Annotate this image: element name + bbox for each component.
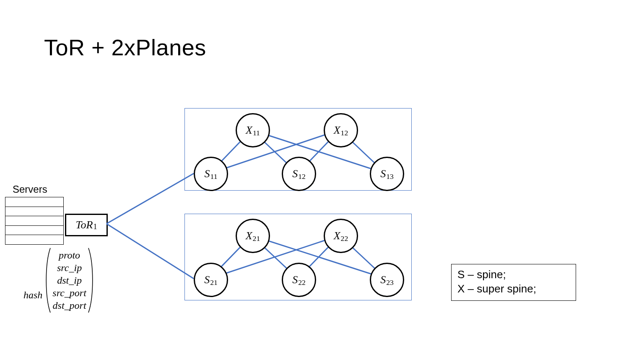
node-s21: S21 <box>194 263 228 297</box>
node-index: 12 <box>298 172 306 181</box>
node-index: 21 <box>253 234 260 243</box>
node-index: 22 <box>341 234 348 243</box>
node-s22: S22 <box>282 263 316 297</box>
hash-field: dst_ip <box>57 274 82 287</box>
node-index: 22 <box>298 278 306 287</box>
node-x21: X21 <box>236 219 270 253</box>
right-paren-icon <box>87 247 95 313</box>
node-x12: X12 <box>324 113 358 147</box>
node-index: 23 <box>386 278 394 287</box>
hash-field: dst_port <box>53 299 86 312</box>
node-index: 12 <box>341 129 348 137</box>
server-stack <box>5 197 64 245</box>
node-name: X <box>246 230 252 242</box>
node-index: 11 <box>253 129 260 137</box>
node-name: X <box>334 230 340 242</box>
node-s11: S11 <box>194 157 228 191</box>
node-name: S <box>292 274 298 286</box>
hash-field: src_port <box>52 287 86 299</box>
node-index: 11 <box>210 172 217 181</box>
servers-label: Servers <box>13 184 47 195</box>
tor-node: ToR1 <box>65 214 108 236</box>
node-index: 21 <box>210 278 218 287</box>
node-index: 13 <box>386 172 394 181</box>
hash-field: proto <box>59 249 80 261</box>
node-name: S <box>380 274 386 286</box>
hash-field: src_ip <box>57 261 82 274</box>
hash-func-label: hash <box>23 260 42 301</box>
legend: S – spine; X – super spine; <box>451 264 576 301</box>
server-row <box>5 197 64 207</box>
tor-index: 1 <box>93 222 97 231</box>
node-s12: S12 <box>282 157 316 191</box>
legend-line-s: S – spine; <box>457 268 570 282</box>
node-name: S <box>204 168 210 180</box>
svg-line-0 <box>106 173 194 224</box>
node-x22: X22 <box>324 219 358 253</box>
hash-tuple: hash proto src_ip dst_ip src_port dst_po… <box>23 247 95 313</box>
server-row <box>5 235 64 245</box>
node-name: S <box>292 168 298 180</box>
node-name: X <box>246 124 252 137</box>
node-name: S <box>204 274 210 286</box>
tor-name: ToR <box>75 219 93 231</box>
node-s23: S23 <box>370 263 404 297</box>
server-row <box>5 207 64 217</box>
server-row <box>5 225 64 235</box>
node-name: X <box>334 124 340 137</box>
legend-line-x: X – super spine; <box>457 282 570 296</box>
node-name: S <box>380 168 386 180</box>
server-row <box>5 216 64 226</box>
left-paren-icon <box>44 247 52 313</box>
node-x11: X11 <box>236 113 270 147</box>
node-s13: S13 <box>370 157 404 191</box>
page-title: ToR + 2xPlanes <box>44 34 206 60</box>
svg-line-1 <box>106 224 194 279</box>
